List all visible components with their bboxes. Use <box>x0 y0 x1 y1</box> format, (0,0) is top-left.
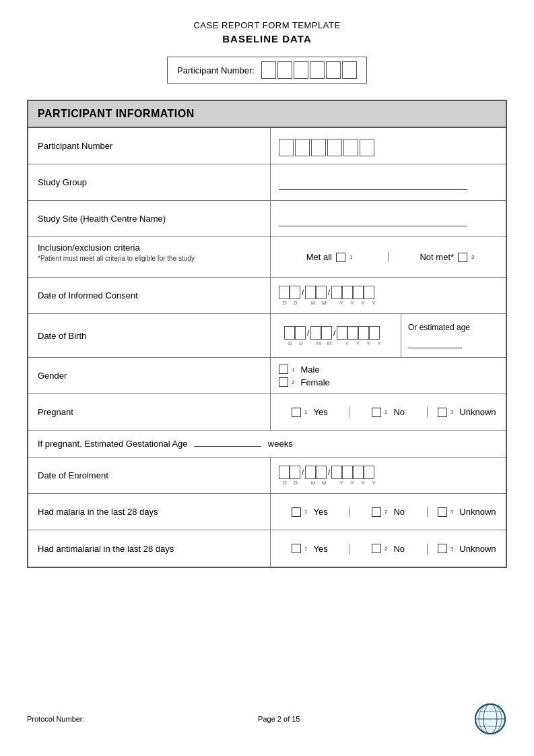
de-m2[interactable] <box>316 466 327 479</box>
de-y3[interactable] <box>353 466 364 479</box>
malaria-no-label: No <box>393 507 405 517</box>
pn-cell-4[interactable] <box>327 139 342 156</box>
pregnant-no-num: 2 <box>385 409 387 415</box>
participant-number-content <box>271 128 506 164</box>
antimalarial-no-option: 2 No <box>349 544 428 554</box>
dob-d1[interactable] <box>284 326 295 340</box>
malaria-unknown-checkbox[interactable] <box>438 507 447 517</box>
dob-m1[interactable] <box>310 326 321 340</box>
pn-cell-1[interactable] <box>279 139 294 156</box>
pn-cell-5[interactable] <box>343 139 358 156</box>
antimalarial-no-label: No <box>393 544 405 554</box>
met-all-checkbox[interactable] <box>336 253 345 262</box>
top-number-cell-6[interactable] <box>342 61 357 79</box>
study-site-field[interactable] <box>279 212 467 226</box>
dic-label-y2: Y <box>347 300 358 306</box>
de-y2[interactable] <box>342 466 353 479</box>
pn-cell-6[interactable] <box>360 139 374 156</box>
dob-estimated-age: Or estimated age <box>401 314 506 357</box>
dic-d1[interactable] <box>279 286 290 299</box>
gender-female-option: 2 Female <box>279 377 330 387</box>
date-informed-consent-row: Date of Informed Consent / / <box>28 278 506 314</box>
met-all-label: Met all <box>306 252 332 262</box>
de-y1[interactable] <box>331 466 342 479</box>
inclusion-label: Inclusion/exclusion criteria *Patient mu… <box>28 237 271 277</box>
dic-m1[interactable] <box>305 286 316 299</box>
top-number-cell-4[interactable] <box>310 61 325 79</box>
date-birth-row: Date of Birth / / <box>28 314 506 358</box>
dic-y2[interactable] <box>342 286 353 299</box>
top-number-cell-3[interactable] <box>294 61 308 79</box>
date-informed-consent-label: Date of Informed Consent <box>28 278 271 313</box>
antimalarial-yes-checkbox[interactable] <box>292 544 301 553</box>
dic-y4[interactable] <box>364 286 374 299</box>
dic-label-m: M <box>308 300 319 306</box>
date-informed-consent-content: / / D D M M <box>271 278 506 313</box>
malaria-unknown-option: 3 Unknown <box>428 507 506 517</box>
inclusion-content: Met all 1 Not met* 2 <box>271 237 506 277</box>
estimated-age-label: Or estimated age <box>408 323 470 332</box>
de-y4[interactable] <box>364 466 374 479</box>
dob-d2[interactable] <box>295 326 306 340</box>
dic-m2[interactable] <box>316 286 327 299</box>
date-enrolment-row: Date of Enrolment / / <box>28 458 506 494</box>
not-met-subscript: 2 <box>471 254 474 260</box>
study-site-label: Study Site (Health Centre Name) <box>28 201 271 237</box>
had-malaria-row: Had malaria in the last 28 days 1 Yes 2 … <box>28 494 506 530</box>
had-malaria-content: 1 Yes 2 No 3 Unknown <box>271 494 506 530</box>
de-d2[interactable] <box>290 466 300 479</box>
antimalarial-unknown-num: 3 <box>450 546 453 552</box>
de-sep1: / <box>302 468 304 476</box>
study-group-label: Study Group <box>28 164 271 200</box>
pregnant-unknown-num: 3 <box>450 409 453 415</box>
pregnant-no-checkbox[interactable] <box>372 408 381 417</box>
had-malaria-label: Had malaria in the last 28 days <box>28 494 271 530</box>
dob-y3[interactable] <box>358 326 369 340</box>
estimated-age-field[interactable] <box>408 336 462 348</box>
gender-male-checkbox[interactable] <box>279 365 288 374</box>
malaria-yes-option: 1 Yes <box>271 507 349 517</box>
antimalarial-no-checkbox[interactable] <box>372 544 381 553</box>
malaria-no-checkbox[interactable] <box>372 507 381 517</box>
not-met-label: Not met* <box>420 252 454 262</box>
not-met-checkbox[interactable] <box>458 253 467 262</box>
inclusion-row: Inclusion/exclusion criteria *Patient mu… <box>28 237 506 278</box>
pregnant-unknown-checkbox[interactable] <box>438 408 447 417</box>
antimalarial-yes-option: 1 Yes <box>271 544 349 554</box>
dic-y1[interactable] <box>331 286 342 299</box>
dob-y1[interactable] <box>337 326 347 340</box>
top-number-cell-2[interactable] <box>277 61 292 79</box>
dob-y2[interactable] <box>347 326 358 340</box>
participant-number-cells <box>279 139 374 156</box>
page: CASE REPORT FORM TEMPLATE BASELINE DATA … <box>0 0 534 756</box>
dob-y4[interactable] <box>369 326 380 340</box>
malaria-no-num: 2 <box>385 509 387 515</box>
antimalarial-ynu-options: 1 Yes 2 No 3 Unknown <box>271 544 506 554</box>
malaria-unknown-num: 3 <box>450 509 453 515</box>
pn-cell-2[interactable] <box>295 139 310 156</box>
top-number-cell-5[interactable] <box>326 61 341 79</box>
top-number-cell-1[interactable] <box>261 61 276 79</box>
dic-y3[interactable] <box>353 286 364 299</box>
dob-date-block: / / D D M <box>277 319 394 352</box>
study-site-content <box>271 201 506 237</box>
top-participant-number-row: Participant Number: <box>27 57 507 84</box>
study-group-field[interactable] <box>279 175 467 190</box>
gender-female-checkbox[interactable] <box>279 377 288 387</box>
dic-d2[interactable] <box>290 286 300 299</box>
study-group-content <box>271 164 506 200</box>
gestational-field[interactable] <box>194 446 261 447</box>
antimalarial-unknown-checkbox[interactable] <box>438 544 447 553</box>
footer: Protocol Number: Page 2 of 15 <box>27 702 507 736</box>
dic-sep1: / <box>302 288 304 296</box>
malaria-yes-checkbox[interactable] <box>292 507 301 517</box>
dic-label-y3: Y <box>358 300 368 306</box>
de-m1[interactable] <box>305 466 316 479</box>
pn-cell-3[interactable] <box>311 139 326 156</box>
de-sep2: / <box>328 468 330 476</box>
date-informed-consent-field: / / D D M M <box>279 286 379 306</box>
dob-m2[interactable] <box>321 326 332 340</box>
pregnant-row: Pregnant 1 Yes 2 No 3 <box>28 394 506 431</box>
pregnant-yes-checkbox[interactable] <box>292 408 301 417</box>
de-d1[interactable] <box>279 466 290 479</box>
